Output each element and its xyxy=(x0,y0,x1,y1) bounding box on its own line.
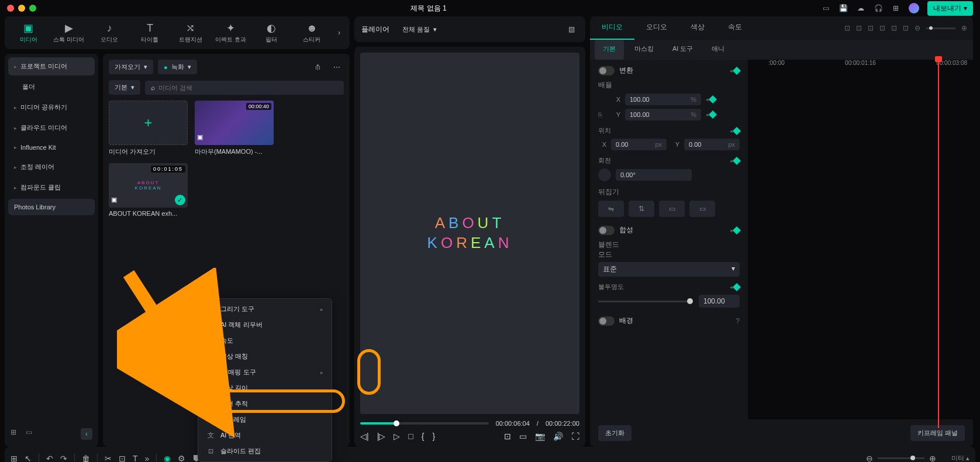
ctx-motion-track[interactable]: ⊕모션 추적 xyxy=(198,396,332,412)
ctx-draw-tool[interactable]: ✎그리기 도구▸ xyxy=(198,301,332,317)
zoom-out-icon[interactable]: ⊖ xyxy=(915,24,920,32)
tab-media[interactable]: ▣미디어 xyxy=(8,19,49,46)
record-dropdown[interactable]: ● 녹화 ▾ xyxy=(158,60,197,74)
background-toggle[interactable] xyxy=(598,316,615,326)
preset-icon[interactable]: ⊡ xyxy=(903,24,909,32)
stop-icon[interactable]: □ xyxy=(408,432,413,441)
sidebar-influence[interactable]: ▸Influence Kit xyxy=(8,139,95,156)
rotation-input[interactable]: 0.00° xyxy=(616,169,692,181)
zoom-in-icon[interactable]: ⊕ xyxy=(929,454,936,463)
display-icon[interactable]: ▭ xyxy=(821,4,830,13)
profile-icon[interactable] xyxy=(909,3,919,13)
play-icon[interactable]: ▷ xyxy=(394,432,400,441)
preset-icon[interactable]: ⊡ xyxy=(879,24,885,32)
new-folder-icon[interactable]: ⊞ xyxy=(11,428,21,439)
ctx-color-match[interactable]: ◐색상 매칭 xyxy=(198,349,332,364)
filter-icon[interactable]: ⫛ xyxy=(311,60,325,74)
fullscreen-icon[interactable]: ⛶ xyxy=(571,432,579,441)
rotation-dial[interactable] xyxy=(598,168,611,181)
subtab-mask[interactable]: 마스킹 xyxy=(626,40,662,60)
tab-effect[interactable]: ✦이펙트 효과 xyxy=(211,19,251,46)
compose-toggle[interactable] xyxy=(598,226,615,235)
flip-v-button[interactable]: ⇅ xyxy=(629,201,654,217)
ctx-video-length[interactable]: ↔영상 길이 xyxy=(198,380,332,396)
sidebar-adjust[interactable]: ▸조정 레이어 xyxy=(8,158,95,176)
zoom-out-icon[interactable]: ⊖ xyxy=(866,454,873,463)
sidebar-cloud[interactable]: ▸클라우드 미디어 xyxy=(8,119,95,137)
opacity-input[interactable]: 100.00 xyxy=(699,295,740,308)
tab-title[interactable]: T타이틀 xyxy=(130,19,170,46)
sidebar-photos[interactable]: Photos Library xyxy=(8,199,95,215)
ctx-ai-mapping[interactable]: ✦AI 매핑 도구▸ xyxy=(198,364,332,380)
redo-icon[interactable]: ↷ xyxy=(60,454,67,463)
tab-audio[interactable]: ♪오디오 xyxy=(89,19,130,46)
sidebar-folder[interactable]: 폴더 xyxy=(8,78,95,96)
keyframe-icon[interactable] xyxy=(709,95,717,104)
zoom-in-icon[interactable]: ⊕ xyxy=(961,24,967,32)
scale-y-input[interactable]: 100.00% xyxy=(625,109,701,120)
maximize-window[interactable] xyxy=(29,5,36,12)
pos-x-input[interactable]: 0.00px xyxy=(611,139,667,150)
gear-icon[interactable]: ⚙ xyxy=(178,454,185,463)
inspector-tab-video[interactable]: 비디오 xyxy=(590,16,634,40)
flip-button[interactable]: ▭ xyxy=(659,201,685,217)
keyframe-icon[interactable] xyxy=(733,66,741,74)
headphones-icon[interactable]: 🎧 xyxy=(874,4,883,13)
keyframe-icon[interactable] xyxy=(733,282,741,291)
opacity-slider[interactable] xyxy=(598,301,693,302)
progress-bar[interactable] xyxy=(360,422,489,425)
camera-icon[interactable]: 📷 xyxy=(535,432,545,441)
ctx-slide-edit[interactable]: ⊡슬라이드 편집 xyxy=(198,443,332,459)
flip-h-button[interactable]: ⇋ xyxy=(598,201,624,217)
inspector-tab-speed[interactable]: 속도 xyxy=(716,16,754,40)
reset-button[interactable]: 초기화 xyxy=(598,425,632,441)
more-tools-icon[interactable]: » xyxy=(145,454,150,463)
ctx-ai-remove[interactable]: ⌫AI 객체 리무버 xyxy=(198,317,332,333)
ai-icon[interactable]: ◉ xyxy=(164,454,171,463)
preset-icon[interactable]: ⊡ xyxy=(856,24,862,32)
blend-dropdown[interactable]: 표준▾ xyxy=(598,262,740,277)
preset-icon[interactable]: ⊡ xyxy=(844,24,850,32)
transform-toggle[interactable] xyxy=(598,66,615,75)
select-icon[interactable]: ↖ xyxy=(25,454,32,463)
crop-icon[interactable]: ⊡ xyxy=(119,454,126,463)
pos-y-input[interactable]: 0.00px xyxy=(684,139,740,150)
magnet-icon[interactable]: ⊞ xyxy=(11,454,18,463)
tab-stock[interactable]: ▶스톡 미디어 xyxy=(49,19,89,46)
tab-sticker[interactable]: ☻스티커 xyxy=(292,19,332,46)
cut-icon[interactable]: ✂ xyxy=(105,454,112,463)
media-thumb-mamamoo[interactable]: 00:00:40 ▣ xyxy=(195,101,274,145)
search-input[interactable] xyxy=(158,84,338,91)
volume-icon[interactable]: 🔊 xyxy=(553,432,563,441)
sidebar-compound[interactable]: ▸컴파운드 클립 xyxy=(8,178,95,196)
snapshot-icon[interactable]: ▧ xyxy=(564,22,578,36)
help-icon[interactable]: ? xyxy=(736,317,740,325)
save-icon[interactable]: 💾 xyxy=(838,4,848,13)
ratio-icon[interactable]: ⊡ xyxy=(504,432,511,441)
quality-dropdown[interactable]: 전체 품질 ▾ xyxy=(396,22,443,37)
zoom-slider[interactable] xyxy=(878,457,924,459)
preset-icon[interactable]: ⊡ xyxy=(868,24,874,32)
tab-transition[interactable]: ⤭트랜지션 xyxy=(170,19,211,46)
mark-out-icon[interactable]: } xyxy=(432,432,435,441)
close-window[interactable] xyxy=(7,5,14,12)
inspector-tab-audio[interactable]: 오디오 xyxy=(634,16,679,40)
mark-in-icon[interactable]: { xyxy=(422,432,425,441)
sort-dropdown[interactable]: 기본 ▾ xyxy=(109,80,140,95)
keyframe-icon[interactable] xyxy=(709,111,717,119)
apps-icon[interactable]: ⊞ xyxy=(891,4,900,13)
sidebar-share[interactable]: ▸미디어 공유하기 xyxy=(8,98,95,116)
flip-button[interactable]: ▭ xyxy=(689,201,715,217)
meter-label[interactable]: 미터 ▴ xyxy=(951,454,969,462)
export-button[interactable]: 내보내기 ▾ xyxy=(927,1,973,16)
collapse-sidebar[interactable]: ‹ xyxy=(81,428,92,440)
more-icon[interactable]: ⋯ xyxy=(330,60,344,74)
search-box[interactable]: ⌕ xyxy=(145,81,344,95)
inspector-tab-color[interactable]: 색상 xyxy=(679,16,716,40)
delete-icon[interactable]: 🗑 xyxy=(82,454,90,463)
scale-x-input[interactable]: 100.00% xyxy=(625,94,701,105)
folder-icon[interactable]: ▭ xyxy=(26,428,36,439)
display-icon[interactable]: ▭ xyxy=(519,432,527,441)
keyframe-icon[interactable] xyxy=(733,156,741,164)
minimize-window[interactable] xyxy=(18,5,25,12)
